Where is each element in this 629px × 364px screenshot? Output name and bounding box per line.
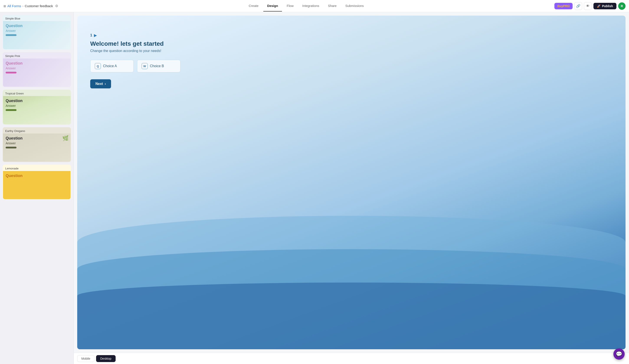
question-arrow-icon: ▶ — [94, 33, 97, 38]
theme-question-simple-blue: Question — [6, 24, 68, 28]
tab-create[interactable]: Create — [245, 0, 262, 11]
forms-icon: ⊞ — [3, 4, 6, 8]
choices-container: Q Choice A W Choice B — [90, 60, 613, 72]
theme-label-earthy-oregano: Earthy Oregano — [3, 128, 70, 133]
preview-icon-button[interactable]: 👁 — [584, 2, 592, 10]
theme-preview-simple-blue: Question Answer — [3, 21, 70, 49]
theme-bar-simple-blue — [6, 34, 16, 36]
tab-share[interactable]: Share — [324, 0, 340, 11]
next-chevron-icon: › — [105, 82, 106, 86]
next-label: Next — [95, 82, 103, 86]
theme-question-simple-pink: Question — [6, 61, 68, 66]
theme-answer-earthy-oregano: Answer — [6, 141, 68, 145]
question-number-row: 1 ▶ — [90, 33, 613, 38]
all-forms-link[interactable]: All Forms — [7, 4, 21, 8]
choice-b-button[interactable]: W Choice B — [137, 60, 180, 72]
choice-b-label: Choice B — [150, 64, 164, 68]
app-header: ⊞ All Forms › Customer feedback ⚙ Create… — [0, 0, 629, 12]
theme-bar-tropical-green — [6, 109, 16, 111]
pro-label: PRO — [563, 4, 570, 8]
chat-icon: 💬 — [616, 351, 622, 357]
view-toggle-bar: Mobile Desktop — [74, 353, 629, 364]
theme-question-tropical-green: Question — [6, 98, 68, 103]
theme-label-simple-pink: Simple Pink — [3, 53, 70, 59]
theme-question-lemonade: Question — [6, 174, 68, 178]
theme-preview-simple-pink: Question Answer — [3, 59, 70, 87]
main-nav: Create Design Flow Integrations Share Su… — [58, 0, 554, 11]
question-subtitle: Change the question according to your ne… — [90, 49, 613, 53]
theme-preview-earthy-oregano: Question Answer 🌿 — [3, 133, 70, 162]
theme-bar-simple-pink — [6, 72, 16, 74]
settings-icon[interactable]: ⚙ — [55, 4, 58, 8]
theme-preview-lemonade: Question — [3, 171, 70, 199]
main-layout: Simple Blue Question Answer Simple Pink … — [0, 12, 629, 364]
buy-pro-button[interactable]: BuyPRO — [554, 3, 573, 9]
leaf-decoration: 🌿 — [62, 135, 69, 141]
rocket-icon: 🚀 — [597, 4, 601, 8]
link-icon: 🔗 — [576, 4, 580, 8]
theme-answer-tropical-green: Answer — [6, 104, 68, 107]
chat-bubble-button[interactable]: 💬 — [613, 348, 625, 360]
tab-integrations[interactable]: Integrations — [298, 0, 323, 11]
theme-answer-simple-pink: Answer — [6, 67, 68, 70]
tab-design[interactable]: Design — [263, 0, 282, 11]
theme-bar-earthy-oregano — [6, 147, 16, 148]
theme-question-earthy-oregano: Question — [6, 136, 68, 141]
question-title[interactable]: Welcome! lets get started — [90, 40, 613, 47]
publish-button[interactable]: 🚀 Publish — [593, 3, 617, 9]
theme-label-lemonade: Lemonade — [3, 165, 70, 171]
content-area: 1 ▶ Welcome! lets get started Change the… — [74, 12, 629, 364]
choice-b-key: W — [142, 63, 148, 69]
wave-layer-3 — [77, 282, 626, 349]
eye-icon: 👁 — [586, 4, 590, 8]
theme-card-tropical-green[interactable]: Tropical Green Question Answer — [2, 90, 71, 125]
mobile-view-button[interactable]: Mobile — [77, 355, 94, 362]
tab-flow[interactable]: Flow — [283, 0, 298, 11]
buy-label: Buy — [557, 4, 563, 8]
theme-card-lemonade[interactable]: Lemonade Question — [2, 165, 71, 199]
current-form-name: Customer feedback — [25, 4, 53, 8]
theme-answer-simple-blue: Answer — [6, 29, 68, 32]
theme-label-simple-blue: Simple Blue — [3, 15, 70, 21]
choice-a-key: Q — [95, 63, 101, 69]
choice-a-button[interactable]: Q Choice A — [90, 60, 134, 72]
choice-a-label: Choice A — [103, 64, 117, 68]
question-number: 1 — [90, 33, 92, 37]
desktop-view-button[interactable]: Desktop — [96, 355, 115, 362]
theme-card-earthy-oregano[interactable]: Earthy Oregano Question Answer 🌿 — [2, 127, 71, 162]
publish-label: Publish — [602, 4, 613, 8]
theme-label-tropical-green: Tropical Green — [3, 90, 70, 96]
theme-card-simple-pink[interactable]: Simple Pink Question Answer — [2, 52, 71, 87]
tab-submissions[interactable]: Submissions — [341, 0, 368, 11]
header-actions: BuyPRO 🔗 👁 🚀 Publish R — [554, 2, 626, 10]
form-content: 1 ▶ Welcome! lets get started Change the… — [77, 16, 626, 97]
themes-sidebar: Simple Blue Question Answer Simple Pink … — [0, 12, 74, 364]
next-button[interactable]: Next › — [90, 79, 111, 89]
form-preview: 1 ▶ Welcome! lets get started Change the… — [77, 16, 626, 349]
breadcrumb: ⊞ All Forms › Customer feedback ⚙ — [3, 4, 58, 8]
link-icon-button[interactable]: 🔗 — [574, 2, 582, 10]
breadcrumb-separator: › — [22, 4, 23, 8]
theme-preview-tropical-green: Question Answer — [3, 96, 70, 124]
theme-card-simple-blue[interactable]: Simple Blue Question Answer — [2, 15, 71, 50]
avatar[interactable]: R — [618, 2, 626, 10]
